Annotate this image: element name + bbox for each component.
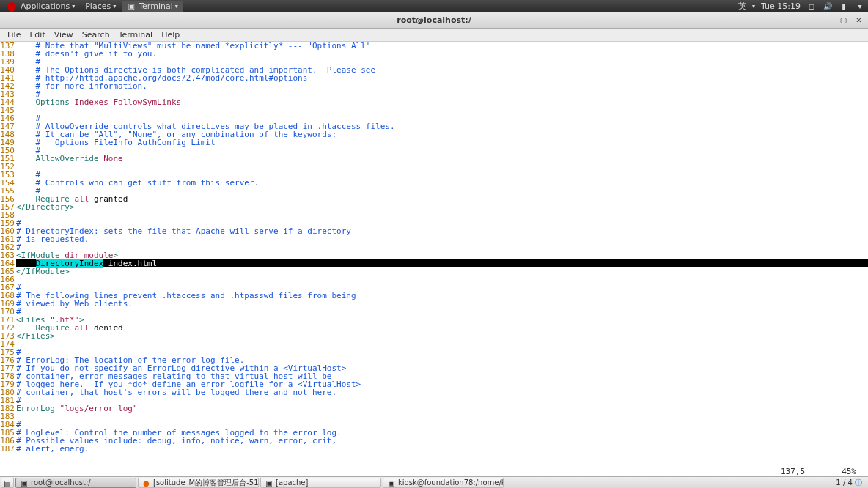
- task-label: root@localhost:/: [31, 478, 91, 487]
- terminal-icon: ▣: [265, 479, 273, 487]
- line-content: # The following lines prevent .htaccess …: [16, 292, 868, 300]
- code-line: 173</Files>: [0, 332, 868, 340]
- task-terminal-2[interactable]: ▣[apache]: [260, 478, 381, 488]
- cursor-position: 137,5: [781, 467, 805, 476]
- code-line: 154 # Controls who can get stuff from th…: [0, 179, 868, 187]
- line-content: # for more information.: [16, 82, 868, 90]
- line-content: <Files ".ht*">: [16, 316, 868, 324]
- line-content: Options Indexes FollowSymLinks: [16, 98, 868, 106]
- line-content: # alert, emerg.: [16, 445, 868, 453]
- code-line: 149 # Options FileInfo AuthConfig Limit: [0, 138, 868, 147]
- window-title: root@localhost:/: [397, 15, 471, 25]
- line-content: [16, 413, 868, 421]
- clock[interactable]: Tue 15:19: [761, 1, 801, 11]
- code-line: 144 Options Indexes FollowSymLinks: [0, 98, 868, 106]
- line-content: </IfModule>: [16, 267, 868, 276]
- line-content: #: [16, 147, 868, 155]
- line-content: # viewed by Web clients.: [16, 300, 868, 308]
- code-line: 183: [0, 413, 868, 421]
- task-firefox[interactable]: ●[solitude_M的博客管理后台-51...: [138, 478, 259, 488]
- info-icon: ⓘ: [855, 478, 862, 487]
- menu-edit[interactable]: Edit: [25, 30, 49, 40]
- line-content: [16, 211, 868, 219]
- vim-statusbar: 137,5 45%: [0, 467, 868, 476]
- chevron-down-icon: ▾: [175, 3, 178, 10]
- line-content: #: [16, 243, 868, 251]
- terminal-icon: ▣: [388, 479, 395, 487]
- gnome-taskbar: ▤ ▣root@localhost:/ ●[solitude_M的博客管理后台-…: [0, 476, 868, 488]
- volume-icon[interactable]: 🔊: [823, 1, 833, 12]
- a11y-icon[interactable]: ◻: [806, 1, 817, 12]
- line-content: #: [16, 187, 868, 195]
- line-number: 187: [0, 445, 16, 453]
- line-content: [16, 106, 868, 114]
- code-line: 187# alert, emerg.: [0, 445, 868, 453]
- chevron-down-icon: ▾: [752, 3, 755, 10]
- line-content: # doesn't give it to you.: [16, 50, 868, 58]
- workspace-label: 1 / 4: [836, 478, 852, 487]
- gnome-topbar: Applications ▾ Places ▾ ▣Terminal ▾ 英▾ T…: [0, 0, 868, 12]
- code-line: 157</Directory>: [0, 203, 868, 211]
- line-content: # container, that host's errors will be …: [16, 388, 868, 396]
- line-content: [16, 340, 868, 348]
- code-line: 160# DirectoryIndex: sets the file that …: [0, 227, 868, 235]
- redhat-icon: [6, 0, 18, 12]
- task-label: [apache]: [276, 478, 308, 487]
- power-menu-icon[interactable]: ▾: [855, 1, 865, 12]
- line-content: </Files>: [16, 332, 868, 340]
- applications-label: Applications: [21, 1, 70, 11]
- menu-file[interactable]: File: [3, 30, 25, 40]
- places-label: Places: [85, 1, 111, 11]
- code-line: 142 # for more information.: [0, 82, 868, 90]
- code-line: 174: [0, 340, 868, 348]
- line-content: # Controls who can get stuff from this s…: [16, 179, 868, 187]
- code-line: 138 # doesn't give it to you.: [0, 50, 868, 58]
- battery-icon[interactable]: ▮: [839, 1, 849, 12]
- line-content: AllowOverride None: [16, 155, 868, 163]
- code-line: 170#: [0, 308, 868, 316]
- code-line: 165</IfModule>: [0, 267, 868, 276]
- line-content: #: [16, 396, 868, 404]
- firefox-icon: ●: [143, 479, 150, 487]
- task-terminal-1[interactable]: ▣root@localhost:/: [15, 478, 136, 488]
- code-line: 145: [0, 106, 868, 114]
- line-content: #: [16, 308, 868, 316]
- line-content: # Possible values include: debug, info, …: [16, 437, 868, 445]
- terminal-app-menu[interactable]: ▣Terminal ▾: [122, 1, 183, 12]
- menu-view[interactable]: View: [50, 30, 78, 40]
- maximize-button[interactable]: ▢: [839, 16, 848, 24]
- workspace-indicator[interactable]: 1 / 4 ⓘ: [830, 478, 868, 488]
- code-line: 162#: [0, 243, 868, 251]
- code-line: 169# viewed by Web clients.: [0, 300, 868, 308]
- task-terminal-3[interactable]: ▣kiosk@foundation78:/home/kiosk/...: [383, 478, 504, 488]
- line-content: ErrorLog "logs/error_log": [16, 404, 868, 413]
- code-line: 182ErrorLog "logs/error_log": [0, 404, 868, 413]
- minimize-button[interactable]: —: [823, 16, 833, 24]
- line-content: [16, 163, 868, 171]
- line-content: Require all denied: [16, 324, 868, 332]
- window-titlebar[interactable]: root@localhost:/ — ▢ ✕: [0, 12, 868, 29]
- task-label: kiosk@foundation78:/home/kiosk/...: [398, 478, 504, 487]
- applications-menu[interactable]: Applications ▾: [3, 1, 79, 12]
- close-button[interactable]: ✕: [854, 16, 864, 24]
- line-content: [16, 276, 868, 284]
- chevron-down-icon: ▾: [72, 3, 75, 10]
- line-content: # is requested.: [16, 235, 868, 243]
- line-content: # DirectoryIndex: sets the file that Apa…: [16, 227, 868, 235]
- code-line: 155 #: [0, 187, 868, 195]
- show-desktop-button[interactable]: ▤: [1, 478, 14, 488]
- chevron-down-icon: ▾: [113, 3, 116, 10]
- places-menu[interactable]: Places ▾: [81, 1, 120, 12]
- menu-terminal[interactable]: Terminal: [114, 30, 158, 40]
- menu-search[interactable]: Search: [78, 30, 114, 40]
- terminal-menubar: File Edit View Search Terminal Help: [0, 29, 868, 42]
- ime-indicator[interactable]: 英: [738, 1, 746, 12]
- code-line: 180# container, that host's errors will …: [0, 388, 868, 396]
- code-line: 164 DirectoryIndex index.html: [0, 259, 868, 267]
- scroll-percentage: 45%: [842, 467, 856, 476]
- menu-help[interactable]: Help: [157, 30, 184, 40]
- code-line: 171<Files ".ht*">: [0, 316, 868, 324]
- code-line: 150 #: [0, 147, 868, 155]
- line-content: </Directory>: [16, 203, 868, 211]
- vim-editor[interactable]: 137 # Note that "MultiViews" must be nam…: [0, 42, 868, 463]
